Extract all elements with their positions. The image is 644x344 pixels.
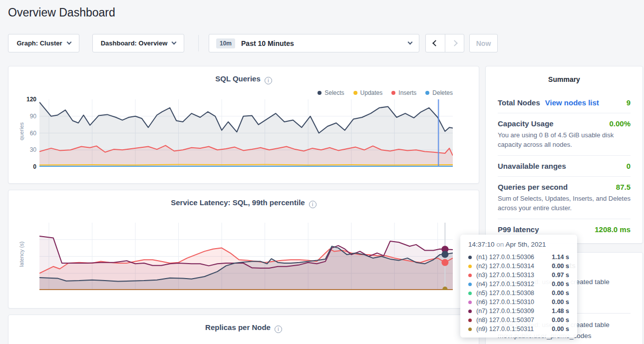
- now-button[interactable]: Now: [469, 34, 498, 52]
- y-axis-tick-label: 120: [8, 96, 36, 103]
- sql-queries-title: SQL Queriesi: [8, 74, 479, 84]
- node-color-dot-icon: [468, 319, 472, 322]
- tooltip-node-row: (n9) 127.0.0.1:503110.00 s: [468, 325, 569, 334]
- tooltip-node-list: (n1) 127.0.0.1:503061.14 s (n2) 127.0.0.…: [468, 253, 569, 334]
- service-latency-title: Service Latency: SQL, 99th percentilei: [8, 198, 479, 208]
- tooltip-node-row: (n1) 127.0.0.1:503061.14 s: [468, 253, 569, 262]
- p99-latency-value: 1208.0 ms: [595, 225, 631, 234]
- graph-dropdown-label: Graph: Cluster: [16, 39, 62, 47]
- tooltip-node-row: (n7) 127.0.0.1:503091.48 s: [468, 307, 569, 316]
- updates-dot-icon: [353, 91, 357, 95]
- chevron-down-icon: [172, 40, 177, 45]
- summary-row-total-nodes: Total Nodes View nodes list 9: [498, 92, 631, 113]
- legend-item-selects: Selects: [318, 89, 344, 96]
- time-range-dropdown[interactable]: 10m Past 10 Minutes: [209, 34, 419, 52]
- info-icon[interactable]: i: [265, 77, 272, 84]
- qps-label: Queries per second: [498, 183, 568, 191]
- y-axis-tick-label: 30: [8, 146, 36, 153]
- node-color-dot-icon: [468, 301, 472, 304]
- tooltip-node-row: (n4) 127.0.0.1:503120.00 s: [468, 280, 569, 289]
- sql-queries-legend: Selects Updates Inserts Deletes: [318, 89, 453, 96]
- y-axis-tick-label: 60: [8, 130, 36, 137]
- sql-queries-card: SQL Queriesi Selects Updates Inserts Del…: [8, 66, 479, 184]
- summary-row-qps: Queries per second 87.5 Sum of Selects, …: [498, 177, 631, 219]
- capacity-usage-description: You are using 0 B of 4.5 GiB usable disk…: [498, 130, 631, 149]
- y-axis-tick-label: 0: [8, 163, 36, 170]
- summary-row-capacity: Capacity Usage 0.00% You are using 0 B o…: [498, 113, 631, 156]
- page-title: Overview Dashboard: [8, 6, 115, 19]
- total-nodes-value: 9: [627, 98, 631, 107]
- node-color-dot-icon: [468, 283, 472, 286]
- chevron-right-icon: [451, 40, 458, 46]
- node-color-dot-icon: [468, 310, 472, 313]
- p99-latency-label: P99 latency: [498, 225, 539, 234]
- selects-dot-icon: [318, 91, 322, 95]
- node-color-dot-icon: [468, 274, 472, 277]
- legend-item-inserts: Inserts: [391, 89, 416, 96]
- tooltip-node-row: (n2) 127.0.0.1:503140.00 s: [468, 262, 569, 271]
- deletes-dot-icon: [425, 91, 429, 95]
- capacity-usage-value: 0.00%: [609, 119, 631, 128]
- node-color-dot-icon: [468, 256, 472, 259]
- qps-value: 87.5: [616, 183, 631, 191]
- tooltip-node-row: (n3) 127.0.0.1:503130.97 s: [468, 271, 569, 280]
- info-icon[interactable]: i: [275, 326, 282, 333]
- tooltip-node-row: (n5) 127.0.0.1:503080.00 s: [468, 289, 569, 298]
- latency-hover-tooltip: 14:37:10 on Apr 5th, 2021 (n1) 127.0.0.1…: [460, 235, 577, 338]
- capacity-usage-label: Capacity Usage: [498, 119, 554, 128]
- chevron-down-icon: [66, 40, 71, 45]
- chevron-down-icon: [408, 40, 413, 45]
- legend-item-deletes: Deletes: [425, 89, 453, 96]
- dashboard-dropdown-label: Dashboard: Overview: [101, 39, 168, 47]
- summary-panel: Summary Total Nodes View nodes list 9 Ca…: [485, 66, 643, 244]
- total-nodes-label: Total Nodes: [498, 98, 540, 107]
- tooltip-timestamp: 14:37:10 on Apr 5th, 2021: [468, 241, 569, 251]
- service-latency-chart[interactable]: [39, 223, 453, 290]
- replicas-per-node-title: Replicas per Nodei: [8, 323, 479, 333]
- dashboard-dropdown[interactable]: Dashboard: Overview: [92, 34, 184, 52]
- legend-item-updates: Updates: [353, 89, 383, 96]
- summary-row-unavailable-ranges: Unavailable ranges 0: [498, 156, 631, 177]
- node-color-dot-icon: [468, 328, 472, 331]
- replicas-per-node-card: Replicas per Nodei: [8, 315, 479, 344]
- unavailable-ranges-value: 0: [627, 162, 631, 170]
- overview-dashboard-page: Overview Dashboard Graph: Cluster Dashbo…: [0, 0, 644, 344]
- time-range-label: Past 10 Minutes: [241, 39, 294, 47]
- info-icon[interactable]: i: [309, 201, 317, 208]
- view-nodes-list-link[interactable]: View nodes list: [545, 98, 599, 107]
- node-color-dot-icon: [468, 265, 472, 268]
- latency-y-axis-label: latency (s): [18, 224, 24, 284]
- sql-queries-chart[interactable]: [39, 99, 453, 167]
- qps-description: Sum of Selects, Updates, Inserts, and De…: [498, 194, 631, 213]
- time-prev-button[interactable]: [426, 34, 445, 52]
- time-range-badge: 10m: [216, 38, 235, 48]
- summary-title: Summary: [498, 75, 631, 83]
- node-color-dot-icon: [468, 292, 472, 295]
- y-axis-tick-label: 90: [8, 113, 36, 120]
- graph-dropdown[interactable]: Graph: Cluster: [8, 34, 79, 52]
- service-latency-card: Service Latency: SQL, 99th percentilei l…: [8, 190, 479, 309]
- tooltip-node-row: (n8) 127.0.0.1:503070.00 s: [468, 316, 569, 325]
- inserts-dot-icon: [391, 91, 395, 95]
- tooltip-node-row: (n6) 127.0.0.1:503100.00 s: [468, 298, 569, 307]
- chevron-left-icon: [432, 40, 439, 46]
- time-next-button[interactable]: [445, 34, 464, 52]
- toolbar-divider: [198, 35, 199, 51]
- time-nav-group: [425, 34, 464, 52]
- unavailable-ranges-label: Unavailable ranges: [498, 162, 566, 170]
